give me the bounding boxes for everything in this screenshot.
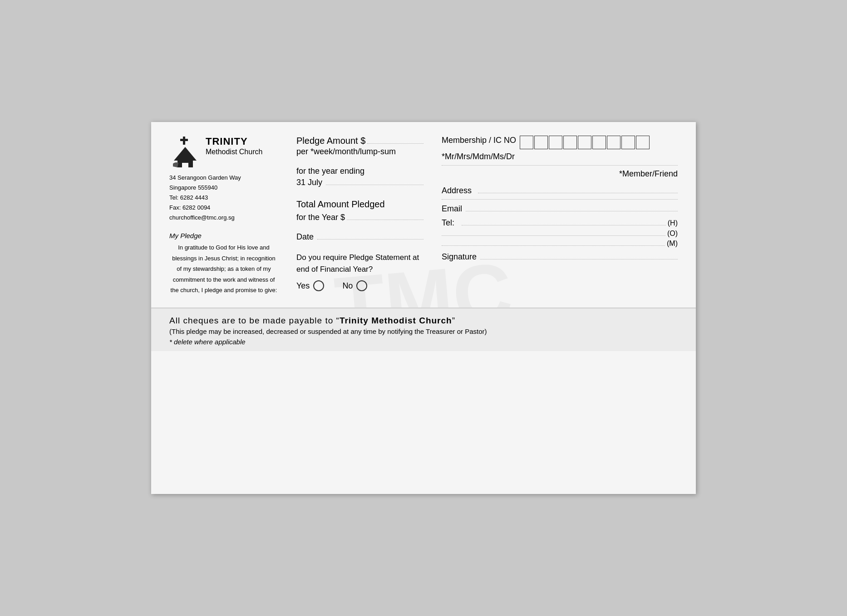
footer: All cheques are to be made payable to “T… (151, 308, 696, 351)
address-line2: Singapore 555940 (169, 183, 278, 193)
ic-box-2[interactable] (534, 136, 548, 149)
for-year-label: for the Year $ (296, 213, 345, 222)
tel-section: Tel: (H) (O) (M) (442, 218, 678, 248)
footer-main-text: All cheques are to be made payable to “T… (169, 316, 678, 326)
church-logo: TRINITY Methodist Church (169, 136, 278, 167)
member-friend-label: *Member/Friend (442, 169, 678, 179)
ic-box-8[interactable] (621, 136, 635, 149)
tel-label: Tel: (442, 218, 460, 228)
signature-line (480, 259, 678, 259)
tel-number: Tel: 6282 4443 (169, 193, 278, 203)
address-line1: 34 Serangoon Garden Way (169, 173, 278, 183)
my-pledge-title: My Pledge (169, 232, 278, 240)
footer-delete-note: * delete where applicable (169, 338, 678, 346)
date-line (317, 239, 424, 240)
membership-label: Membership / IC NO (442, 136, 516, 145)
total-amount-section: Total Amount Pledged for the Year $ (296, 197, 424, 222)
ic-box-4[interactable] (563, 136, 577, 149)
church-name-methodist: Methodist Church (206, 147, 262, 157)
footer-church-name: Trinity Methodist Church (340, 316, 452, 325)
ic-box-6[interactable] (592, 136, 606, 149)
pledge-text-section: My Pledge In gratitude to God for His lo… (169, 232, 278, 295)
tel-h-suffix: (H) (668, 219, 678, 227)
pledge-card: TMC TRINITY (151, 122, 696, 494)
address-line2 (442, 199, 678, 200)
tel-h-row: Tel: (H) (442, 218, 678, 228)
email-line (466, 211, 678, 211)
tel-h-line (462, 225, 666, 225)
per-week-label: per *week/month/lump-sum (296, 147, 424, 156)
july-label: 31 July (296, 178, 322, 187)
for-year-line (347, 220, 424, 220)
total-amount-label: Total Amount Pledged (296, 197, 424, 211)
year-ending-label: for the year ending (296, 166, 364, 176)
church-address: 34 Serangoon Garden Way Singapore 555940… (169, 173, 278, 223)
pledge-amount-line (367, 143, 424, 144)
svg-marker-2 (174, 147, 197, 161)
pledge-amount-label: Pledge Amount $ (296, 136, 365, 146)
ic-box-9[interactable] (636, 136, 650, 149)
church-icon (169, 136, 201, 167)
fax-number: Fax: 6282 0094 (169, 203, 278, 213)
ic-box-5[interactable] (578, 136, 591, 149)
yes-radio[interactable] (313, 280, 324, 291)
middle-column: Pledge Amount $ per *week/month/lump-sum… (287, 136, 433, 298)
tel-m-suffix: (M) (667, 240, 678, 248)
church-name-block: TRINITY Methodist Church (206, 136, 262, 157)
ic-box-3[interactable] (549, 136, 562, 149)
address-line1 (478, 193, 678, 193)
my-pledge-body: In gratitude to God for His love and ble… (169, 242, 278, 295)
pledge-statement-section: Do you require Pledge Statement at end o… (296, 252, 424, 291)
separator-1 (442, 165, 678, 166)
year-ending-section: for the year ending 31 July (296, 166, 424, 187)
date-label: Date (296, 232, 314, 242)
yes-option[interactable]: Yes (296, 280, 324, 291)
no-radio[interactable] (356, 280, 367, 291)
pledge-amount-section: Pledge Amount $ per *week/month/lump-sum (296, 136, 424, 156)
svg-rect-4 (182, 163, 188, 167)
tel-o-suffix: (O) (667, 230, 678, 238)
pledge-statement-label: Do you require Pledge Statement at end o… (296, 252, 424, 275)
ic-box-7[interactable] (607, 136, 620, 149)
footer-sub-text: (This pledge may be increased, decreased… (169, 328, 678, 335)
left-column: TRINITY Methodist Church 34 Serangoon Ga… (169, 136, 287, 298)
no-option[interactable]: No (342, 280, 367, 291)
mr-mrs-label: *Mr/Mrs/Mdm/Ms/Dr (442, 152, 678, 161)
ic-box-1[interactable] (520, 136, 533, 149)
footer-suffix: ” (452, 316, 455, 325)
yes-label: Yes (296, 281, 310, 291)
ic-boxes (520, 136, 650, 149)
date-section: Date (296, 232, 424, 242)
email-label: Email (442, 204, 462, 214)
tel-m-row: (M) (442, 240, 678, 248)
signature-section: Signature (442, 252, 678, 262)
address-section: Address (442, 186, 678, 200)
svg-rect-1 (180, 139, 188, 141)
tel-m-line (442, 245, 665, 246)
yes-no-row: Yes No (296, 280, 424, 291)
no-label: No (342, 281, 353, 291)
email-section: Email (442, 204, 678, 214)
tel-o-row: (O) (442, 230, 678, 238)
church-name-trinity: TRINITY (206, 136, 262, 147)
tel-o-line (442, 235, 665, 236)
footer-prefix: All cheques are to be made payable to “ (169, 316, 340, 325)
membership-section: Membership / IC NO (442, 136, 678, 149)
july-line (326, 185, 424, 185)
church-email: churchoffice@tmc.org.sg (169, 213, 278, 223)
address-label: Address (442, 186, 472, 196)
signature-label: Signature (442, 252, 477, 262)
right-column: Membership / IC NO *Mr/Mrs/Mdm/Ms/Dr *Me… (433, 136, 678, 298)
